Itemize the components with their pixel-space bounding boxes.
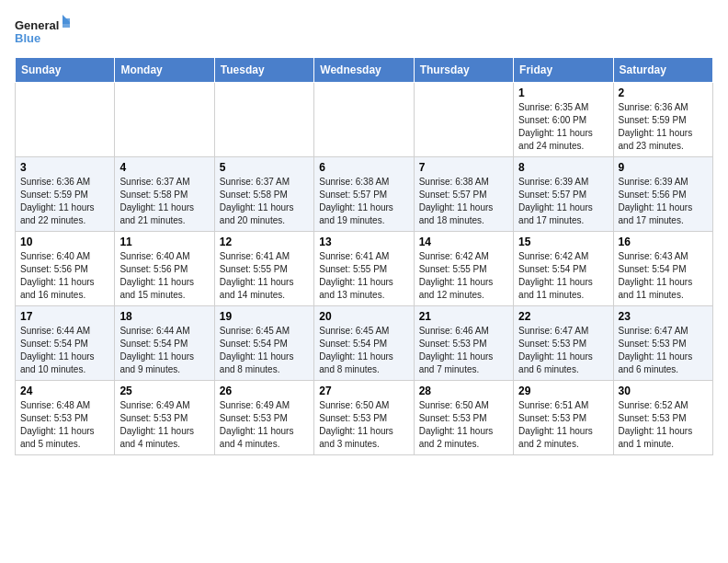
calendar-cell: 11Sunrise: 6:40 AMSunset: 5:56 PMDayligh… <box>115 232 214 306</box>
calendar-row-4: 17Sunrise: 6:44 AMSunset: 5:54 PMDayligh… <box>16 306 713 381</box>
calendar-row-2: 3Sunrise: 6:36 AMSunset: 5:59 PMDaylight… <box>16 157 713 232</box>
calendar-cell: 17Sunrise: 6:44 AMSunset: 5:54 PMDayligh… <box>16 306 115 381</box>
day-number: 13 <box>319 236 408 248</box>
calendar-cell: 15Sunrise: 6:42 AMSunset: 5:54 PMDayligh… <box>514 232 613 306</box>
calendar-row-5: 24Sunrise: 6:48 AMSunset: 5:53 PMDayligh… <box>16 381 713 455</box>
day-number: 9 <box>619 161 708 174</box>
day-number: 10 <box>20 236 109 248</box>
calendar-cell: 29Sunrise: 6:51 AMSunset: 5:53 PMDayligh… <box>514 381 613 455</box>
calendar-cell: 30Sunrise: 6:52 AMSunset: 5:53 PMDayligh… <box>613 381 712 455</box>
calendar-cell: 8Sunrise: 6:39 AMSunset: 5:57 PMDaylight… <box>514 157 613 232</box>
calendar-cell <box>115 83 214 157</box>
day-info: Sunrise: 6:46 AMSunset: 5:53 PMDaylight:… <box>419 325 508 376</box>
weekday-header-tuesday: Tuesday <box>214 58 313 83</box>
calendar-cell: 23Sunrise: 6:47 AMSunset: 5:53 PMDayligh… <box>613 306 712 381</box>
calendar-cell: 13Sunrise: 6:41 AMSunset: 5:55 PMDayligh… <box>314 232 414 306</box>
calendar-cell: 19Sunrise: 6:45 AMSunset: 5:54 PMDayligh… <box>214 306 313 381</box>
calendar-cell: 2Sunrise: 6:36 AMSunset: 5:59 PMDaylight… <box>613 83 712 157</box>
day-number: 27 <box>319 385 408 397</box>
day-info: Sunrise: 6:44 AMSunset: 5:54 PMDaylight:… <box>119 325 209 376</box>
day-info: Sunrise: 6:40 AMSunset: 5:56 PMDaylight:… <box>20 250 109 302</box>
day-info: Sunrise: 6:47 AMSunset: 5:53 PMDaylight:… <box>518 325 608 376</box>
calendar-cell: 21Sunrise: 6:46 AMSunset: 5:53 PMDayligh… <box>414 306 513 381</box>
day-info: Sunrise: 6:36 AMSunset: 5:59 PMDaylight:… <box>20 176 109 227</box>
calendar-cell: 16Sunrise: 6:43 AMSunset: 5:54 PMDayligh… <box>613 232 712 306</box>
day-number: 6 <box>319 161 408 174</box>
calendar-cell: 18Sunrise: 6:44 AMSunset: 5:54 PMDayligh… <box>115 306 214 381</box>
day-info: Sunrise: 6:47 AMSunset: 5:53 PMDaylight:… <box>619 325 708 376</box>
calendar-cell: 5Sunrise: 6:37 AMSunset: 5:58 PMDaylight… <box>214 157 313 232</box>
day-info: Sunrise: 6:45 AMSunset: 5:54 PMDaylight:… <box>220 325 309 376</box>
weekday-header-monday: Monday <box>115 58 214 83</box>
day-info: Sunrise: 6:37 AMSunset: 5:58 PMDaylight:… <box>220 176 309 227</box>
day-info: Sunrise: 6:35 AMSunset: 6:00 PMDaylight:… <box>518 101 608 153</box>
day-number: 3 <box>20 161 109 174</box>
day-number: 8 <box>518 161 608 174</box>
day-number: 4 <box>119 161 209 174</box>
page-header: General Blue <box>15 15 713 50</box>
day-number: 22 <box>518 310 608 323</box>
svg-text:General: General <box>15 18 59 32</box>
calendar-cell: 26Sunrise: 6:49 AMSunset: 5:53 PMDayligh… <box>214 381 313 455</box>
day-number: 28 <box>419 385 508 397</box>
calendar-cell <box>414 83 513 157</box>
day-number: 24 <box>20 385 109 397</box>
day-info: Sunrise: 6:38 AMSunset: 5:57 PMDaylight:… <box>419 176 508 227</box>
weekday-header-thursday: Thursday <box>414 58 513 83</box>
calendar-row-3: 10Sunrise: 6:40 AMSunset: 5:56 PMDayligh… <box>16 232 713 306</box>
day-info: Sunrise: 6:50 AMSunset: 5:53 PMDaylight:… <box>419 399 508 451</box>
calendar-cell: 3Sunrise: 6:36 AMSunset: 5:59 PMDaylight… <box>16 157 115 232</box>
day-info: Sunrise: 6:37 AMSunset: 5:58 PMDaylight:… <box>119 176 209 227</box>
day-number: 16 <box>619 236 708 248</box>
day-info: Sunrise: 6:42 AMSunset: 5:54 PMDaylight:… <box>518 250 608 302</box>
day-number: 23 <box>619 310 708 323</box>
day-info: Sunrise: 6:50 AMSunset: 5:53 PMDaylight:… <box>319 399 408 451</box>
calendar-cell <box>314 83 414 157</box>
calendar-cell: 28Sunrise: 6:50 AMSunset: 5:53 PMDayligh… <box>414 381 513 455</box>
day-info: Sunrise: 6:52 AMSunset: 5:53 PMDaylight:… <box>619 399 708 451</box>
day-info: Sunrise: 6:40 AMSunset: 5:56 PMDaylight:… <box>119 250 209 302</box>
day-info: Sunrise: 6:38 AMSunset: 5:57 PMDaylight:… <box>319 176 408 227</box>
day-number: 30 <box>619 385 708 397</box>
weekday-header-wednesday: Wednesday <box>314 58 414 83</box>
day-number: 19 <box>220 310 309 323</box>
day-info: Sunrise: 6:41 AMSunset: 5:55 PMDaylight:… <box>319 250 408 302</box>
day-number: 2 <box>619 86 708 99</box>
day-info: Sunrise: 6:44 AMSunset: 5:54 PMDaylight:… <box>20 325 109 376</box>
calendar-table: SundayMondayTuesdayWednesdayThursdayFrid… <box>15 57 713 455</box>
calendar-cell: 27Sunrise: 6:50 AMSunset: 5:53 PMDayligh… <box>314 381 414 455</box>
logo-svg: General Blue <box>15 15 70 50</box>
day-number: 1 <box>518 86 608 99</box>
day-info: Sunrise: 6:39 AMSunset: 5:56 PMDaylight:… <box>619 176 708 227</box>
day-number: 14 <box>419 236 508 248</box>
day-number: 11 <box>119 236 209 248</box>
day-number: 25 <box>119 385 209 397</box>
day-number: 17 <box>20 310 109 323</box>
calendar-cell: 10Sunrise: 6:40 AMSunset: 5:56 PMDayligh… <box>16 232 115 306</box>
day-number: 18 <box>119 310 209 323</box>
day-info: Sunrise: 6:43 AMSunset: 5:54 PMDaylight:… <box>619 250 708 302</box>
day-number: 26 <box>220 385 309 397</box>
calendar-cell: 7Sunrise: 6:38 AMSunset: 5:57 PMDaylight… <box>414 157 513 232</box>
day-info: Sunrise: 6:39 AMSunset: 5:57 PMDaylight:… <box>518 176 608 227</box>
weekday-header-row: SundayMondayTuesdayWednesdayThursdayFrid… <box>16 58 713 83</box>
calendar-row-1: 1Sunrise: 6:35 AMSunset: 6:00 PMDaylight… <box>16 83 713 157</box>
calendar-cell: 12Sunrise: 6:41 AMSunset: 5:55 PMDayligh… <box>214 232 313 306</box>
calendar-cell: 9Sunrise: 6:39 AMSunset: 5:56 PMDaylight… <box>613 157 712 232</box>
day-info: Sunrise: 6:48 AMSunset: 5:53 PMDaylight:… <box>20 399 109 451</box>
weekday-header-friday: Friday <box>514 58 613 83</box>
logo: General Blue <box>15 15 70 50</box>
day-number: 15 <box>518 236 608 248</box>
day-number: 7 <box>419 161 508 174</box>
day-number: 5 <box>220 161 309 174</box>
day-number: 29 <box>518 385 608 397</box>
calendar-cell: 20Sunrise: 6:45 AMSunset: 5:54 PMDayligh… <box>314 306 414 381</box>
weekday-header-sunday: Sunday <box>16 58 115 83</box>
calendar-cell <box>16 83 115 157</box>
day-info: Sunrise: 6:51 AMSunset: 5:53 PMDaylight:… <box>518 399 608 451</box>
calendar-cell: 14Sunrise: 6:42 AMSunset: 5:55 PMDayligh… <box>414 232 513 306</box>
calendar-cell: 1Sunrise: 6:35 AMSunset: 6:00 PMDaylight… <box>514 83 613 157</box>
svg-text:Blue: Blue <box>15 31 40 45</box>
day-number: 12 <box>220 236 309 248</box>
calendar-cell: 6Sunrise: 6:38 AMSunset: 5:57 PMDaylight… <box>314 157 414 232</box>
